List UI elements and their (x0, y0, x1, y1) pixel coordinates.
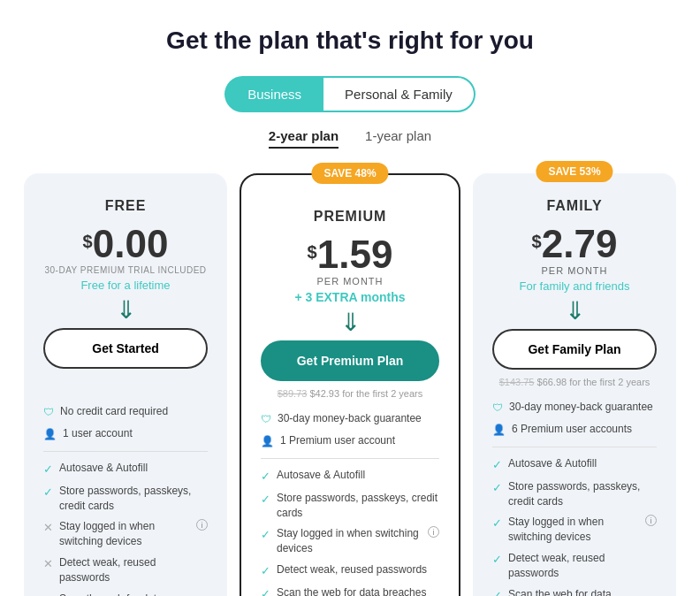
feature-text: Store passwords, passkeys, credit cards (59, 484, 208, 514)
feature-item: ✓Autosave & Autofill (43, 461, 208, 478)
original-price-premium: $89.73 $42.93 for the first 2 years (261, 388, 439, 399)
cta-button-premium[interactable]: Get Premium Plan (261, 340, 439, 381)
feature-divider (261, 458, 439, 459)
arrow-icon-premium: ⇓ (261, 308, 439, 337)
check-icon: ✓ (492, 457, 502, 473)
feature-item: ✓Store passwords, passkeys, credit cards (492, 479, 657, 509)
feature-text: Autosave & Autofill (508, 456, 597, 471)
price-dollar-family: $ (532, 232, 542, 252)
feature-item: 👤1 user account (43, 426, 208, 442)
pricing-cards: FREE $ 0.00 30-DAY PREMIUM TRIAL INCLUDE… (18, 173, 682, 596)
arrow-icon-family: ⇓ (492, 296, 657, 325)
check-icon: ✓ (492, 516, 502, 531)
save-badge-family: SAVE 53% (536, 161, 612, 182)
cross-icon: ✕ (43, 556, 53, 572)
feature-divider (492, 447, 657, 447)
check-icon: ✓ (492, 588, 502, 596)
features-list-family: 🛡30-day money-back guarantee👤6 Premium u… (492, 400, 657, 596)
price-row-family: $ 2.79 (492, 225, 657, 264)
cta-button-free[interactable]: Get Started (43, 328, 208, 369)
cross-icon: ✕ (43, 592, 53, 596)
feature-text: Detect weak, reused passwords (59, 555, 208, 585)
user-icon: 👤 (492, 423, 506, 438)
price-amount-family: 2.79 (542, 225, 618, 264)
feature-text: Stay logged in when switching devices (59, 519, 190, 549)
check-icon: ✓ (261, 492, 270, 508)
feature-text: Detect weak, reused passwords (508, 551, 657, 581)
feature-text: 1 Premium user account (280, 433, 395, 448)
card-title-free: FREE (43, 198, 208, 214)
arrow-icon-free: ⇓ (43, 295, 208, 325)
check-icon: ✓ (261, 563, 270, 579)
feature-item: ✓Store passwords, passkeys, credit cards (43, 484, 208, 514)
feature-text: Autosave & Autofill (277, 468, 365, 483)
check-icon: ✓ (261, 469, 270, 485)
free-note-free: 30-DAY PREMIUM TRIAL INCLUDED (43, 265, 208, 275)
price-extra-premium: + 3 EXTRA months (261, 290, 439, 304)
user-icon: 👤 (43, 427, 57, 442)
price-period-premium: PER MONTH (261, 276, 439, 287)
feature-item: ✓Scan the web for data breaches (261, 585, 439, 596)
cta-button-family[interactable]: Get Family Plan (492, 329, 657, 370)
check-icon: ✓ (492, 480, 502, 496)
feature-text: Store passwords, passkeys, credit cards (277, 491, 439, 521)
feature-text: Autosave & Autofill (59, 461, 148, 476)
price-dollar-premium: $ (308, 242, 317, 263)
feature-text: Detect weak, reused passwords (277, 562, 427, 577)
price-period-family: PER MONTH (492, 265, 657, 276)
pricing-card-family: SAVE 53%FAMILY $ 2.79 PER MONTHFor famil… (473, 173, 676, 596)
plan-type-toggle: Business Personal & Family (18, 76, 682, 112)
feature-text: 6 Premium user accounts (512, 422, 632, 437)
feature-item: ✓Stay logged in when switching devicesi (492, 515, 657, 545)
pricing-card-premium: SAVE 48%PREMIUM $ 1.59 PER MONTH+ 3 EXTR… (240, 173, 460, 596)
card-title-family: FAMILY (492, 198, 657, 214)
feature-item: 👤1 Premium user account (261, 433, 439, 449)
price-dollar-free: $ (83, 232, 93, 252)
feature-text: 30-day money-back guarantee (278, 411, 422, 426)
feature-text: Stay logged in when switching devices (277, 526, 422, 556)
info-icon[interactable]: i (428, 526, 439, 538)
price-row-free: $ 0.00 (43, 225, 208, 264)
original-price-family: $143.75 $66.98 for the first 2 years (492, 377, 657, 387)
shield-icon: 🛡 (261, 412, 271, 427)
feature-item: 🛡30-day money-back guarantee (492, 400, 657, 416)
feature-item: ✓Scan the web for data breaches (492, 587, 657, 596)
feature-text: 30-day money-back guarantee (509, 400, 653, 415)
save-badge-premium: SAVE 48% (311, 163, 388, 184)
check-icon: ✓ (43, 462, 53, 478)
check-icon: ✓ (261, 527, 270, 543)
card-title-premium: PREMIUM (261, 209, 439, 225)
feature-item: ✓Store passwords, passkeys, credit cards (261, 491, 439, 521)
cross-icon: ✕ (43, 520, 53, 536)
feature-text: Store passwords, passkeys, credit cards (508, 479, 657, 509)
info-icon[interactable]: i (196, 519, 208, 531)
feature-divider (43, 451, 208, 452)
features-list-premium: 🛡30-day money-back guarantee👤1 Premium u… (261, 411, 439, 596)
info-icon[interactable]: i (645, 515, 657, 526)
shield-icon: 🛡 (43, 405, 54, 420)
user-icon: 👤 (261, 434, 274, 449)
feature-item: 👤6 Premium user accounts (492, 422, 657, 438)
duration-tabs: 2-year plan 1-year plan (18, 128, 682, 149)
feature-item: ✓Detect weak, reused passwords (492, 551, 657, 581)
feature-item: ✓Detect weak, reused passwords (261, 562, 439, 579)
shield-icon: 🛡 (492, 401, 503, 416)
features-list-free: 🛡No credit card required👤1 user account✓… (43, 404, 208, 596)
card-subtitle-free: Free for a lifetime (43, 279, 208, 292)
feature-text: No credit card required (60, 404, 168, 419)
page-title: Get the plan that's right for you (18, 27, 682, 55)
check-icon: ✓ (261, 586, 270, 596)
price-amount-premium: 1.59 (317, 235, 393, 274)
feature-item: ✕Detect weak, reused passwords (43, 555, 208, 585)
business-toggle-btn[interactable]: Business (224, 76, 323, 112)
personal-family-toggle-btn[interactable]: Personal & Family (323, 76, 476, 112)
feature-item: ✕Stay logged in when switching devicesi (43, 519, 208, 549)
feature-text: Scan the web for data breaches (59, 592, 208, 596)
feature-text: Scan the web for data breaches (277, 585, 426, 596)
price-row-premium: $ 1.59 (261, 235, 439, 274)
tab-1year[interactable]: 1-year plan (365, 128, 431, 149)
tab-2year[interactable]: 2-year plan (269, 128, 339, 149)
check-icon: ✓ (492, 552, 502, 568)
feature-text: 1 user account (63, 426, 133, 441)
feature-item: ✓Autosave & Autofill (261, 468, 439, 485)
